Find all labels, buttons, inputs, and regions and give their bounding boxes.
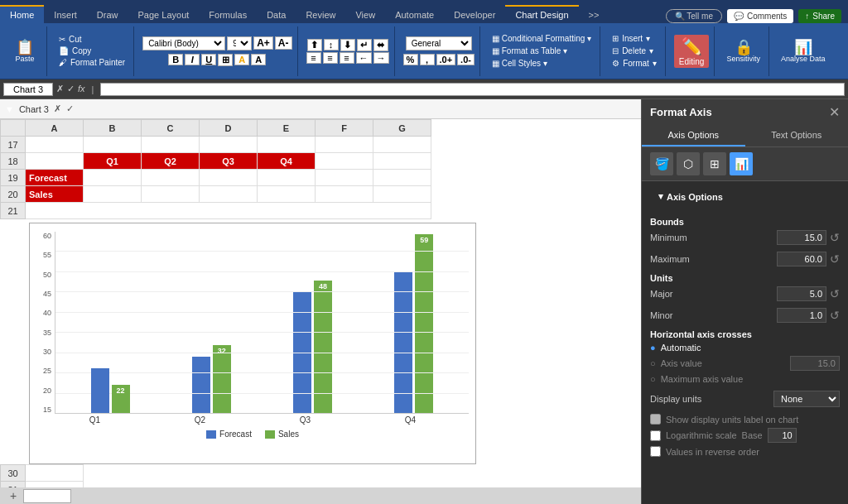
show-display-units-checkbox[interactable] xyxy=(650,414,661,425)
wrap-text-button[interactable]: ↵ xyxy=(357,39,372,51)
sheet1-tab[interactable]: Sheet1 xyxy=(23,489,71,503)
effects-icon-btn[interactable]: ⬡ xyxy=(677,152,700,175)
align-middle-button[interactable]: ↕ xyxy=(324,39,339,50)
reverse-order-checkbox[interactable] xyxy=(650,446,661,457)
chart3-cancel-icon[interactable]: ✗ xyxy=(54,103,61,114)
major-input[interactable] xyxy=(777,286,826,301)
tab-automate[interactable]: Automate xyxy=(385,7,444,23)
tab-chart-design[interactable]: Chart Design xyxy=(505,5,578,23)
tab-formulas[interactable]: Formulas xyxy=(199,7,257,23)
tab-insert[interactable]: Insert xyxy=(44,7,87,23)
align-bottom-button[interactable]: ⬇ xyxy=(340,39,355,51)
text-options-tab[interactable]: Text Options xyxy=(745,125,849,146)
bar-forecast-q1 xyxy=(91,368,109,413)
increase-font-button[interactable]: A+ xyxy=(253,36,273,50)
share-button[interactable]: ↑ Share xyxy=(798,9,841,23)
tab-more[interactable]: >> xyxy=(579,7,610,23)
sensitivity-button[interactable]: 🔒 Sensitivity xyxy=(723,38,764,65)
font-name-select[interactable]: Calibri (Body) xyxy=(142,36,225,50)
increase-decimal-button[interactable]: .0+ xyxy=(436,54,456,65)
tab-review[interactable]: Review xyxy=(296,7,345,23)
tab-draw[interactable]: Draw xyxy=(87,7,128,23)
maximum-reset-button[interactable]: ↺ xyxy=(830,252,840,266)
panel-title: Format Axis ✕ xyxy=(642,99,848,125)
log-scale-checkbox[interactable] xyxy=(650,430,661,441)
bar-sales-q1: 22 xyxy=(112,385,130,413)
major-row: Major ↺ xyxy=(650,286,840,301)
format-painter-button[interactable]: 🖌 Format Painter xyxy=(55,57,128,68)
delete-cells-button[interactable]: ⊟ Delete ▾ xyxy=(609,46,660,56)
chart3-name: Chart 3 xyxy=(19,104,49,114)
format-table-button[interactable]: ▦ Format as Table ▾ xyxy=(489,46,595,56)
decrease-font-button[interactable]: A- xyxy=(275,36,292,50)
comments-button[interactable]: 💬 Comments xyxy=(727,9,793,23)
font-size-select[interactable]: 9 xyxy=(227,36,252,50)
tab-home[interactable]: Home xyxy=(0,5,44,23)
chart3-dropdown-icon[interactable]: ▼ xyxy=(5,104,14,114)
insert-cells-button[interactable]: ⊞ Insert ▾ xyxy=(609,33,660,44)
axis-value-input[interactable] xyxy=(790,356,840,371)
merge-button[interactable]: ⬌ xyxy=(373,39,388,51)
log-base-input[interactable] xyxy=(768,428,797,443)
axis-options-tab[interactable]: Axis Options xyxy=(642,125,745,146)
tab-view[interactable]: View xyxy=(345,7,385,23)
comma-button[interactable]: , xyxy=(420,54,435,65)
font-color-button[interactable]: A xyxy=(251,54,266,65)
axis-options-icon-btn[interactable]: 📊 xyxy=(730,152,753,175)
tab-page-layout[interactable]: Page Layout xyxy=(128,7,200,23)
major-reset-button[interactable]: ↺ xyxy=(830,287,840,300)
table-row: 30 xyxy=(1,465,84,482)
percent-button[interactable]: % xyxy=(403,54,418,65)
indent-decrease-button[interactable]: ← xyxy=(356,52,372,64)
maximum-input[interactable] xyxy=(777,252,826,266)
copy-button[interactable]: 📄 Copy xyxy=(55,46,128,56)
bold-button[interactable]: B xyxy=(168,54,183,65)
minimum-reset-button[interactable]: ↺ xyxy=(830,231,840,244)
paste-button[interactable]: 📋 Paste xyxy=(8,38,41,65)
analyse-data-button[interactable]: 📊 Analyse Data xyxy=(778,38,829,65)
tell-me-input[interactable]: 🔍 Tell me xyxy=(666,9,722,23)
underline-button[interactable]: U xyxy=(201,54,216,65)
tab-developer[interactable]: Developer xyxy=(444,7,505,23)
decrease-decimal-button[interactable]: .0- xyxy=(457,54,475,65)
axis-options-section-header[interactable]: ▾ Axis Options xyxy=(650,186,840,207)
display-units-select[interactable]: None xyxy=(773,391,840,407)
align-left-button[interactable]: ≡ xyxy=(306,52,321,64)
paste-icon: 📋 xyxy=(16,40,34,55)
fill-color-button[interactable]: A xyxy=(234,54,249,65)
minor-reset-button[interactable]: ↺ xyxy=(830,309,840,322)
alignment-group: ⬆ ↕ ⬇ ↵ ⬌ ≡ ≡ ≡ ← → xyxy=(301,26,395,76)
x-labels: Q1 Q2 Q3 Q4 xyxy=(36,414,469,425)
align-top-button[interactable]: ⬆ xyxy=(307,39,322,51)
panel-close-button[interactable]: ✕ xyxy=(829,104,840,120)
fx-icon[interactable]: fx xyxy=(78,84,85,94)
bars-container: 22 32 xyxy=(55,232,469,413)
number-format-select[interactable]: General xyxy=(406,36,472,50)
align-center-button[interactable]: ≡ xyxy=(323,52,338,64)
fill-line-icon-btn[interactable]: 🪣 xyxy=(650,152,673,175)
italic-button[interactable]: I xyxy=(185,54,200,65)
align-right-button[interactable]: ≡ xyxy=(340,52,354,64)
confirm-formula-icon[interactable]: ✓ xyxy=(67,84,75,94)
formula-input[interactable] xyxy=(100,83,845,96)
analyse-icon: 📊 xyxy=(794,40,812,55)
copy-icon: 📄 xyxy=(59,46,69,55)
borders-button[interactable]: ⊞ xyxy=(218,54,233,66)
legend-sales: Sales xyxy=(265,430,299,439)
cancel-formula-icon[interactable]: ✗ xyxy=(56,84,64,94)
bar-group-q1: 22 xyxy=(72,368,148,413)
chart3-confirm-icon[interactable]: ✓ xyxy=(66,103,74,114)
tab-data[interactable]: Data xyxy=(257,7,296,23)
size-properties-icon-btn[interactable]: ⊞ xyxy=(703,152,726,175)
conditional-formatting-button[interactable]: ▦ Conditional Formatting ▾ xyxy=(489,33,595,44)
minimum-input[interactable] xyxy=(777,230,826,245)
chart-area[interactable]: 60 55 50 45 40 35 30 25 20 15 xyxy=(29,223,476,464)
cell-reference-box[interactable] xyxy=(3,83,53,96)
format-cells-button[interactable]: ⚙ Format ▾ xyxy=(609,58,660,69)
cell-styles-button[interactable]: ▦ Cell Styles ▾ xyxy=(489,58,595,69)
cut-button[interactable]: ✂ Cut xyxy=(55,34,128,45)
minor-input[interactable] xyxy=(777,308,826,323)
cut-icon: ✂ xyxy=(59,35,65,44)
add-sheet-button[interactable]: + xyxy=(3,489,23,502)
indent-increase-button[interactable]: → xyxy=(373,52,389,64)
